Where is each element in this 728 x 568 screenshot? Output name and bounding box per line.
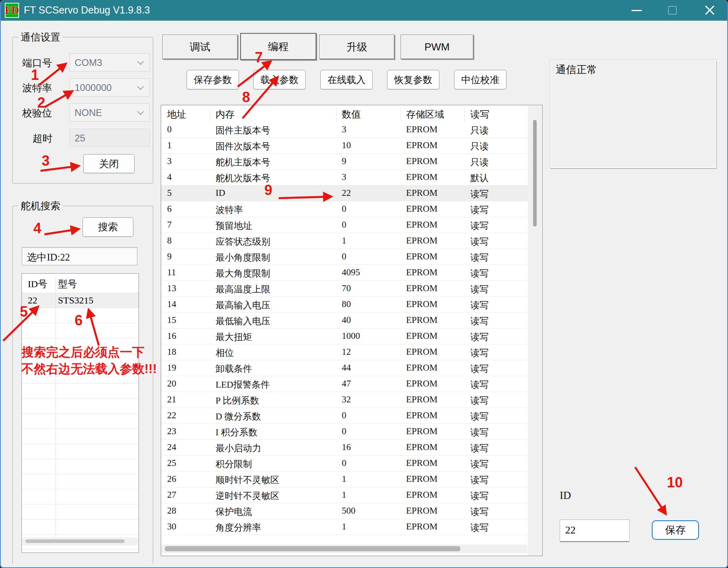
close-port-button[interactable]: 关闭 [83,154,135,173]
table-cell: 积分限制 [216,458,252,470]
table-cell: 28 [167,506,176,516]
table-row[interactable]: 8应答状态级别1EPROM读写 [161,233,528,249]
header-value: 数值 [342,108,361,121]
load-params-button[interactable]: 载入参数 [253,70,306,89]
parity-select[interactable]: NONE [69,103,150,122]
table-row[interactable]: 4舵机次版本号3EPROM默认 [161,170,528,185]
table-cell: 1 [342,474,347,484]
chevron-down-icon [137,83,144,90]
table-cell: 读写 [470,251,489,264]
table-row[interactable]: 13最高温度上限70EPROM读写 [161,281,528,297]
scrollbar-thumb[interactable] [533,120,537,226]
table-row[interactable]: 27逆时针不灵敏区1EPROM读写 [161,487,528,503]
table-row[interactable]: 1固件次版本号10EPROM只读 [161,138,528,154]
table-row[interactable]: 5ID22EPROM读写 [161,185,528,201]
table-cell: 13 [167,283,176,294]
table-cell: 19 [167,363,176,373]
online-load-button[interactable]: 在线载入 [320,70,373,89]
scrollbar-thumb[interactable] [25,539,125,543]
table-cell: P 比例系数 [216,394,259,407]
memory-table-hscrollbar[interactable] [162,545,528,553]
table-cell: EPROM [406,188,437,198]
table-cell: EPROM [406,299,437,309]
table-row[interactable]: 25积分限制0EPROM读写 [161,456,528,471]
empty-list-row [22,444,139,459]
table-cell: 固件主版本号 [216,124,270,137]
table-row[interactable]: 15最低输入电压40EPROM读写 [161,313,528,328]
table-cell: 读写 [470,347,489,359]
table-row[interactable]: 24最小启动力16EPROM读写 [161,440,528,456]
scrollbar-thumb[interactable] [165,546,460,551]
table-cell: 0 [342,220,347,230]
table-cell: 固件次版本号 [216,140,270,153]
table-cell: EPROM [406,363,437,373]
table-row[interactable]: 14最高输入电压80EPROM读写 [161,297,528,313]
id-list-hscrollbar[interactable] [22,537,138,545]
annotation-number: 3 [42,153,50,169]
restore-params-button[interactable]: 恢复参数 [387,70,439,89]
table-row[interactable]: 0固件主版本号3EPROM只读 [161,122,528,138]
id-editor-value: 22 [565,524,576,536]
table-row[interactable]: 9最小角度限制0EPROM读写 [161,249,528,265]
maximize-button[interactable] [661,0,684,21]
id-editor-input[interactable]: 22 [560,520,630,541]
table-cell: 22 [342,188,351,198]
table-cell: EPROM [406,204,437,214]
search-button[interactable]: 搜索 [83,217,133,237]
port-select[interactable]: COM3 [69,53,150,71]
table-cell: 读写 [470,522,489,534]
table-row[interactable]: 11最大角度限制4095EPROM读写 [161,265,528,281]
table-cell: 5 [167,188,172,198]
table-cell: 最大扭矩 [216,331,252,343]
save-id-button[interactable]: 保存 [652,520,699,540]
baud-select[interactable]: 1000000 [69,78,150,97]
center-calibrate-button[interactable]: 中位校准 [454,70,507,89]
table-cell: 24 [167,442,176,452]
table-row[interactable]: 3舵机主版本号9EPROM只读 [161,154,528,170]
tab-upgrade[interactable]: 升级 [319,35,395,59]
table-cell: 角度分辨率 [216,522,261,534]
table-row[interactable]: 23I 积分系数0EPROM读写 [161,424,528,440]
table-cell: 波特率 [216,204,243,216]
table-row[interactable]: 22D 微分系数0EPROM读写 [161,408,528,424]
annotation-number: 5 [20,303,28,320]
table-cell: 最大角度限制 [216,267,270,280]
table-cell: 读写 [470,236,489,248]
memory-table-header: 地址 内存 数值 存储区域 读写 [161,105,528,122]
empty-list-row [22,384,139,399]
table-cell: 9 [342,156,347,166]
timeout-input[interactable]: 25 [69,129,150,147]
selected-id-box: 选中ID:22 [22,247,137,265]
table-cell: 最小角度限制 [216,251,270,264]
table-cell: EPROM [406,442,437,452]
table-cell: EPROM [406,267,437,278]
port-value: COM3 [75,57,102,68]
table-row[interactable]: 28保护电流500EPROM读写 [161,503,528,519]
table-row[interactable]: 7预留地址0EPROM读写 [161,217,528,233]
table-row[interactable]: 21P 比例系数32EPROM读写 [161,392,528,408]
table-row[interactable]: 16最大扭矩1000EPROM读写 [161,328,528,344]
list-item[interactable]: 22STS3215 [22,293,139,308]
table-cell: 22 [167,410,176,421]
table-cell: 读写 [470,379,489,391]
empty-list-row [22,459,139,474]
table-row[interactable]: 30角度分辨率1EPROM读写 [161,519,528,535]
close-button[interactable] [698,0,720,21]
app-logo-icon: FD [5,3,19,18]
annotation-warning-text: 搜索完之后必须点一下 不然右边无法载入参数!!! [21,344,157,377]
table-row[interactable]: 6波特率0EPROM读写 [161,201,528,217]
save-params-button[interactable]: 保存参数 [187,70,239,89]
tab-program[interactable]: 编程 [240,33,316,60]
header-readwrite: 读写 [470,108,489,121]
memory-table-vscrollbar[interactable] [528,106,542,555]
tab-pwm[interactable]: PWM [401,35,474,59]
table-row[interactable]: 20LED报警条件47EPROM读写 [161,376,528,392]
tab-debug[interactable]: 调试 [162,35,238,59]
table-row[interactable]: 19卸载条件44EPROM读写 [161,360,528,376]
table-row[interactable]: 26顺时针不灵敏区1EPROM读写 [161,471,528,487]
minimize-button[interactable] [625,0,647,21]
table-cell: 相位 [216,347,234,359]
table-row[interactable]: 18相位12EPROM读写 [161,344,528,360]
table-cell: 只读 [470,156,489,168]
table-cell: 应答状态级别 [216,236,270,248]
